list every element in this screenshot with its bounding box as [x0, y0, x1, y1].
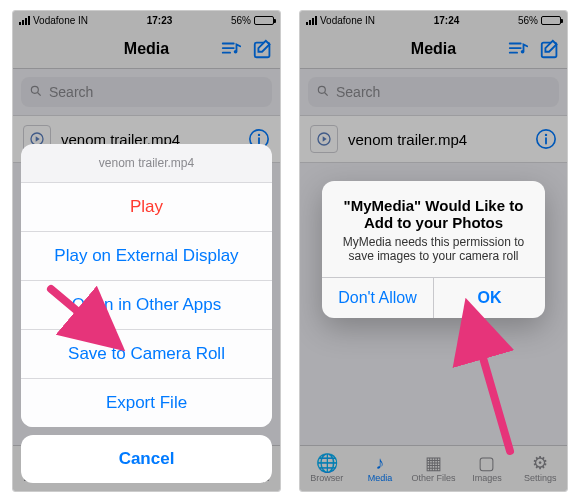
cancel-button[interactable]: Cancel	[21, 435, 272, 483]
dont-allow-button[interactable]: Don't Allow	[322, 278, 433, 318]
sheet-header: venom trailer.mp4	[21, 144, 272, 183]
permission-alert: "MyMedia" Would Like to Add to your Phot…	[322, 181, 545, 318]
phone-right: Vodafone IN 17:24 56% Media Search venom…	[299, 10, 568, 492]
action-open-other-apps[interactable]: Open in Other Apps	[21, 281, 272, 330]
action-play-external[interactable]: Play on External Display	[21, 232, 272, 281]
ok-button[interactable]: OK	[433, 278, 545, 318]
action-save-camera-roll[interactable]: Save to Camera Roll	[21, 330, 272, 379]
action-export-file[interactable]: Export File	[21, 379, 272, 427]
phone-left: Vodafone IN 17:23 56% Media Search venom…	[12, 10, 281, 492]
alert-message: MyMedia needs this permission to save im…	[336, 235, 531, 263]
alert-title: "MyMedia" Would Like to Add to your Phot…	[336, 197, 531, 231]
action-play[interactable]: Play	[21, 183, 272, 232]
action-sheet: venom trailer.mp4 Play Play on External …	[21, 144, 272, 483]
